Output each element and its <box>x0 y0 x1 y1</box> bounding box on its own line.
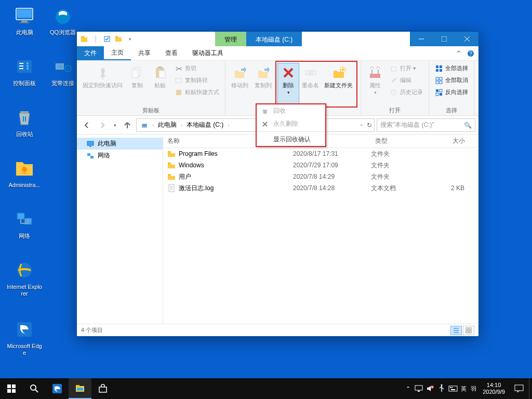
search-input[interactable]: 搜索"本地磁盘 (C:)" 🔍 <box>377 118 475 132</box>
tray-display[interactable] <box>413 378 424 399</box>
taskbar-clock[interactable]: 14:10 2020/9/9 <box>478 382 509 395</box>
ribbon-tabs: 文件 主页 共享 查看 驱动器工具 ⌃ ? <box>77 46 478 61</box>
search-icon[interactable]: 🔍 <box>464 122 472 129</box>
folder-icon <box>167 150 176 158</box>
tray-volume[interactable] <box>424 378 436 399</box>
file-type: 文件夹 <box>371 150 433 158</box>
nav-this-pc[interactable]: 此电脑 <box>77 138 163 150</box>
file-row[interactable]: 用户2020/7/8 14:29文件夹 <box>163 171 478 182</box>
properties-button: 属性▾ <box>364 63 386 105</box>
breadcrumb-pc[interactable]: 此电脑 <box>156 121 179 129</box>
breadcrumb-drive[interactable]: 本地磁盘 (C:) <box>184 121 225 129</box>
desktop-icon-qq-browser[interactable]: QQ浏览器 <box>45 4 81 36</box>
svg-rect-13 <box>57 64 63 69</box>
file-name: 用户 <box>179 172 191 181</box>
file-name: Program Files <box>179 150 218 157</box>
svg-rect-44 <box>440 65 442 68</box>
svg-text:ab: ab <box>308 70 314 75</box>
show-desktop[interactable] <box>529 378 532 399</box>
collapse-ribbon-icon[interactable]: ⌃ <box>456 49 462 58</box>
file-row[interactable]: Program Files2020/8/17 17:31文件夹 <box>163 148 478 159</box>
qat-new-folder[interactable] <box>114 35 123 43</box>
help-icon[interactable]: ? <box>467 50 474 57</box>
close-button[interactable] <box>456 32 478 46</box>
menu-show-confirm[interactable]: 显示回收确认 <box>257 133 325 146</box>
view-tab[interactable]: 查看 <box>158 46 185 60</box>
view-icons-button[interactable] <box>463 326 474 335</box>
svg-rect-31 <box>132 70 138 78</box>
svg-rect-1 <box>17 9 32 18</box>
svg-rect-48 <box>440 77 442 80</box>
chevron-right-icon[interactable]: › <box>151 123 155 128</box>
tray-expand[interactable]: ⌃ <box>403 378 413 399</box>
home-tab[interactable]: 主页 <box>104 46 131 60</box>
desktop-icon-admin[interactable]: Administra... <box>6 157 43 189</box>
new-folder-button[interactable]: 新建文件夹 <box>322 63 355 105</box>
svg-rect-33 <box>158 66 162 69</box>
breadcrumb-dropdown[interactable]: ⌄ <box>360 122 364 129</box>
minimize-button[interactable] <box>410 32 433 46</box>
nav-up-button[interactable] <box>121 118 134 132</box>
file-date: 2020/7/29 17:09 <box>293 162 371 169</box>
svg-rect-73 <box>76 385 79 387</box>
share-tab[interactable]: 共享 <box>131 46 158 60</box>
delete-button[interactable]: 删除▾ <box>277 63 299 105</box>
navigation-pane: 此电脑 网络 <box>77 135 163 324</box>
nav-recent-button[interactable]: ▾ <box>111 118 118 132</box>
desktop-icon-this-pc[interactable]: 此电脑 <box>6 4 43 36</box>
tray-usb[interactable] <box>436 378 447 399</box>
desktop-icon-network[interactable]: 网络 <box>6 208 43 240</box>
svg-rect-83 <box>451 389 455 390</box>
desktop-icon-ie[interactable]: Internet Explorer <box>6 259 43 297</box>
tray-keyboard[interactable] <box>447 378 459 399</box>
taskbar-edge[interactable] <box>46 378 69 399</box>
titlebar: | ▾ 管理 本地磁盘 (C:) <box>77 32 478 46</box>
paste-shortcut-button: 粘贴快捷方式 <box>172 87 222 98</box>
tray-ime1[interactable]: 英 <box>459 385 469 393</box>
taskbar-explorer[interactable] <box>69 378 91 399</box>
pc-icon <box>86 140 95 148</box>
desktop-icon-recycle-bin[interactable]: 回收站 <box>6 106 43 138</box>
view-details-button[interactable] <box>450 326 462 335</box>
file-icon <box>167 184 176 192</box>
paste-icon <box>152 64 168 81</box>
select-none-button[interactable]: 全部取消 <box>432 75 471 86</box>
file-tab[interactable]: 文件 <box>77 46 104 60</box>
chevron-right-icon[interactable]: › <box>180 123 183 128</box>
app-icon <box>80 35 88 43</box>
column-size[interactable]: 大小 <box>433 137 470 145</box>
search-button[interactable] <box>23 378 46 399</box>
delete-icon <box>280 64 297 81</box>
file-row[interactable]: Windows2020/7/29 17:09文件夹 <box>163 159 478 171</box>
desktop-icon-broadband[interactable]: 宽带连接 <box>45 55 81 87</box>
copy-to-button: 复制到 <box>252 63 274 105</box>
history-button: 历史记录 <box>387 87 425 98</box>
taskbar-store[interactable] <box>91 378 114 399</box>
svg-rect-77 <box>418 391 420 392</box>
cut-button: ✂剪切 <box>172 63 222 74</box>
svg-point-11 <box>26 68 29 70</box>
start-button[interactable] <box>0 378 23 399</box>
tray-ime2[interactable]: 羽 <box>469 385 478 393</box>
nav-back-button[interactable] <box>80 118 94 132</box>
refresh-button[interactable]: ↻ <box>367 122 372 129</box>
svg-point-15 <box>67 68 69 70</box>
select-all-button[interactable]: 全部选择 <box>432 63 471 74</box>
chevron-right-icon[interactable]: › <box>227 123 230 128</box>
desktop-icon-edge[interactable]: Microsoft Edge <box>6 318 43 356</box>
column-type[interactable]: 类型 <box>371 137 433 145</box>
file-row[interactable]: 激活日志.log2020/7/8 14:28文本文档2 KB <box>163 182 478 194</box>
action-center[interactable] <box>509 378 529 399</box>
paste-button: 粘贴 <box>149 63 171 105</box>
svg-rect-68 <box>7 389 11 393</box>
drive-tools-tab[interactable]: 驱动器工具 <box>185 46 231 60</box>
desktop-icon-control-panel[interactable]: 控制面板 <box>6 55 43 87</box>
qat-properties[interactable] <box>103 35 111 43</box>
nav-network[interactable]: 网络 <box>77 150 163 162</box>
breadcrumb-root[interactable] <box>139 122 150 129</box>
nav-forward-button[interactable] <box>96 118 109 132</box>
invert-selection-button[interactable]: 反向选择 <box>432 87 471 98</box>
qat-dropdown[interactable]: ▾ <box>126 35 134 43</box>
svg-rect-64 <box>466 331 468 333</box>
maximize-button[interactable] <box>433 32 456 46</box>
